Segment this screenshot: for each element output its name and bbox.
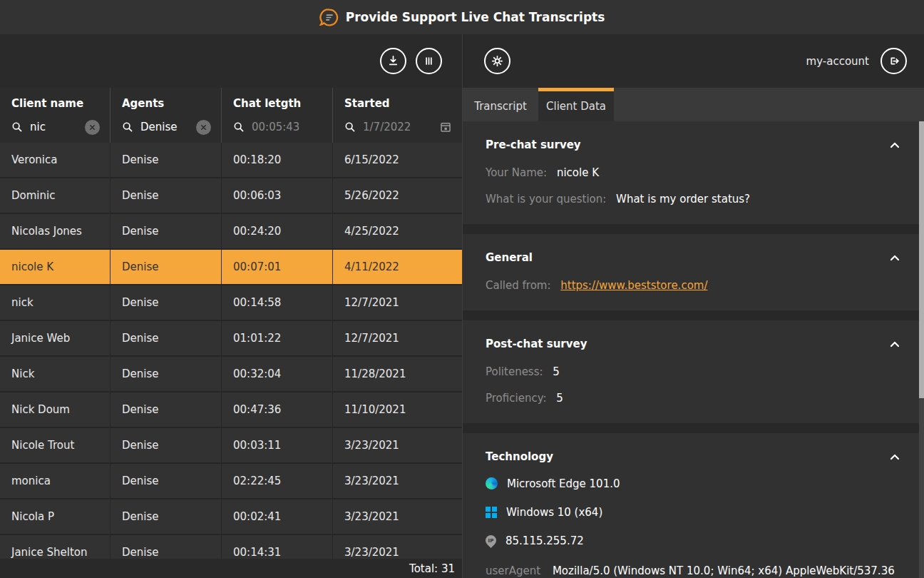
- calendar-icon: [439, 121, 452, 133]
- calendar-button[interactable]: [439, 121, 452, 133]
- table-row[interactable]: nicole K Denise 00:07:01 4/11/2022: [0, 250, 462, 284]
- table-row[interactable]: Nicolas Jones Denise 00:24:20 4/25/2022: [0, 214, 462, 248]
- scrollbar[interactable]: [919, 121, 924, 578]
- cell-agent: Denise: [111, 321, 222, 355]
- tech-item: IP 85.115.255.72: [486, 533, 901, 548]
- table-footer: Total: 31: [0, 559, 462, 578]
- close-icon: [88, 123, 96, 131]
- filter-input[interactable]: 00:05:43: [233, 118, 322, 136]
- called-from-link[interactable]: https://www.beststore.com/: [560, 279, 707, 292]
- table-body: Veronica Denise 00:18:20 6/15/2022 Domin…: [0, 143, 462, 569]
- logout-button[interactable]: [881, 48, 907, 74]
- filter-text[interactable]: nic: [30, 121, 78, 133]
- cell-started: 4/25/2022: [333, 214, 462, 248]
- table-header: Client name nic Agents Denise: [0, 88, 462, 143]
- tech-item: Windows 10 (x64): [486, 505, 901, 519]
- table-row[interactable]: nick Denise 00:14:58 12/7/2021: [0, 285, 462, 320]
- cell-chat-length: 00:07:01: [222, 250, 333, 284]
- chevron-up-icon: [890, 341, 900, 348]
- column-label: Agents: [122, 97, 211, 110]
- cell-agent: Denise: [111, 357, 222, 391]
- settings-button[interactable]: [484, 48, 510, 74]
- column-label: Client name: [11, 97, 100, 110]
- filter-text[interactable]: Denise: [140, 121, 189, 133]
- section-header: Technology: [486, 450, 901, 463]
- filter-text[interactable]: 1/7/2022: [363, 121, 432, 133]
- filter-input[interactable]: 1/7/2022: [344, 118, 452, 136]
- cell-client-name: monica: [0, 464, 111, 498]
- windows-icon: [486, 507, 497, 518]
- cell-started: 3/23/2021: [333, 500, 462, 534]
- table-row[interactable]: Janice Web Denise 01:01:22 12/7/2021: [0, 321, 462, 355]
- chevron-up-icon: [890, 255, 900, 261]
- account-label: my-account: [806, 55, 869, 68]
- download-button[interactable]: [380, 48, 406, 74]
- columns-button[interactable]: [416, 48, 442, 74]
- cell-client-name: Veronica: [0, 143, 111, 177]
- filter-text[interactable]: 00:05:43: [252, 121, 322, 133]
- table-row[interactable]: Veronica Denise 00:18:20 6/15/2022: [0, 143, 462, 177]
- cell-started: 6/15/2022: [333, 143, 462, 177]
- cell-agent: Denise: [111, 178, 222, 213]
- filter-input[interactable]: Denise: [122, 118, 211, 136]
- column-header: Agents Denise: [111, 88, 222, 143]
- logout-icon: [886, 54, 901, 69]
- cell-chat-length: 00:06:03: [222, 178, 333, 213]
- gear-icon: [490, 54, 505, 69]
- list-toolbar: [0, 34, 462, 88]
- cell-agent: Denise: [111, 464, 222, 498]
- table-row[interactable]: Dominic Denise 00:06:03 5/26/2022: [0, 178, 462, 213]
- column-header: Started 1/7/2022: [333, 88, 462, 143]
- field-row: What is your question: What is my order …: [486, 192, 901, 207]
- field-row: Proficiency: 5: [486, 391, 901, 406]
- detail-tabs: Transcript Client Data: [463, 88, 924, 121]
- section-title: Technology: [486, 450, 553, 463]
- section-fields: Politeness: 5 Proficiency: 5: [486, 365, 901, 406]
- filter-clear-button[interactable]: [196, 120, 211, 135]
- chevron-up-icon: [890, 142, 900, 148]
- cell-chat-length: 00:32:04: [222, 357, 333, 391]
- user-agent-value: Mozilla/5.0 (Windows NT 10.0; Win64; x64…: [486, 564, 895, 578]
- table-row[interactable]: monica Denise 02:22:45 3/23/2021: [0, 464, 462, 498]
- table-row[interactable]: Nicole Trout Denise 00:03:11 3/23/2021: [0, 428, 462, 462]
- cell-chat-length: 01:01:22: [222, 321, 333, 355]
- cell-started: 5/26/2022: [333, 178, 462, 213]
- column-header: Client name nic: [0, 88, 111, 143]
- field-label: Your Name:: [486, 166, 547, 179]
- section-post-chat-survey: Post-chat survey Politeness: 5 Proficien…: [463, 320, 924, 423]
- cell-agent: Denise: [111, 250, 222, 284]
- tech-text: 85.115.255.72: [505, 534, 584, 547]
- filter-clear-button[interactable]: [85, 120, 100, 135]
- search-icon: [122, 121, 133, 133]
- collapse-button[interactable]: [888, 340, 901, 349]
- table-row[interactable]: Nick Doum Denise 00:47:36 11/10/2021: [0, 392, 462, 427]
- search-icon: [344, 121, 356, 133]
- field-label: Called from:: [486, 279, 550, 292]
- table-row[interactable]: Nicola P Denise 00:02:41 3/23/2021: [0, 500, 462, 534]
- detail-toolbar: my-account: [463, 34, 924, 88]
- collapse-button[interactable]: [888, 452, 901, 462]
- scrollbar-thumb[interactable]: [919, 121, 924, 398]
- cell-chat-length: 00:03:11: [222, 428, 333, 462]
- collapse-button[interactable]: [888, 253, 901, 263]
- section-technology: Technology Microsoft Edge 101.0 Windows …: [463, 433, 924, 578]
- section-title: Pre-chat survey: [486, 138, 581, 151]
- cell-client-name: Nick: [0, 357, 111, 391]
- cell-started: 12/7/2021: [333, 285, 462, 320]
- tab-client-data[interactable]: Client Data: [538, 88, 614, 121]
- cell-started: 12/7/2021: [333, 321, 462, 355]
- collapse-button[interactable]: [888, 141, 901, 150]
- cell-chat-length: 00:14:58: [222, 285, 333, 320]
- cell-agent: Denise: [111, 143, 222, 177]
- close-icon: [200, 123, 207, 131]
- cell-agent: Denise: [111, 214, 222, 248]
- cell-client-name: Dominic: [0, 178, 111, 213]
- cards-container: Pre-chat survey Your Name: nicole K What…: [463, 121, 924, 578]
- section-fields: Microsoft Edge 101.0 Windows 10 (x64) IP…: [486, 476, 901, 578]
- transcript-list-panel: Client name nic Agents Denise: [0, 34, 462, 578]
- filter-input[interactable]: nic: [11, 118, 100, 136]
- cell-client-name: nicole K: [0, 250, 111, 284]
- table-row[interactable]: Nick Denise 00:32:04 11/28/2021: [0, 357, 462, 391]
- tab-transcript[interactable]: Transcript: [463, 88, 538, 121]
- cell-agent: Denise: [111, 500, 222, 534]
